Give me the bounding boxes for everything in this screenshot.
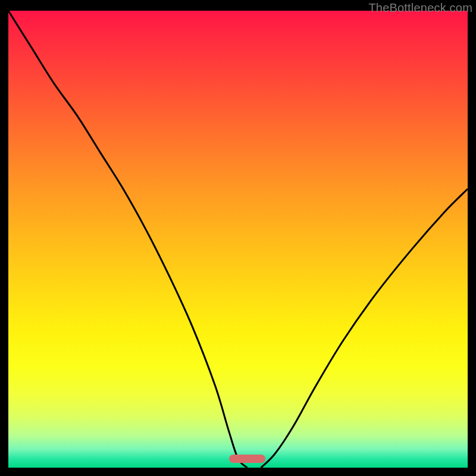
bottleneck-curve	[8, 11, 468, 468]
optimal-marker	[229, 455, 266, 463]
right-curve-path	[261, 189, 468, 468]
watermark-text: TheBottleneck.com	[368, 1, 472, 15]
chart-frame: TheBottleneck.com	[0, 0, 476, 476]
left-curve-path	[8, 11, 247, 468]
plot-area	[8, 11, 468, 468]
